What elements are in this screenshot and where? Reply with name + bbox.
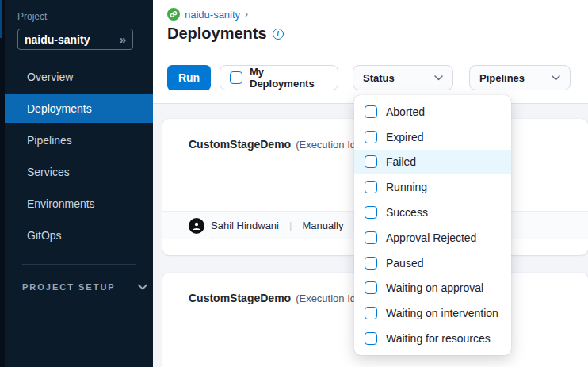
sidebar-nav: Overview Deployments Pipelines Services … bbox=[17, 63, 153, 250]
sidebar-item-pipelines[interactable]: Pipelines bbox=[5, 126, 153, 155]
chevron-down-icon bbox=[138, 284, 147, 290]
sidebar-item-label: Overview bbox=[27, 71, 73, 83]
run-button[interactable]: Run bbox=[167, 65, 211, 90]
status-option-label: Waiting on approval bbox=[386, 281, 483, 294]
sidebar-item-services[interactable]: Services bbox=[5, 158, 153, 186]
page-header: naidu-sanity › Deployments i bbox=[153, 0, 588, 52]
status-option-waiting-for-resources[interactable]: Waiting for resources bbox=[354, 326, 511, 351]
status-option-waiting-on-approval[interactable]: Waiting on approval bbox=[354, 276, 511, 301]
project-setup-label: PROJECT SETUP bbox=[22, 282, 116, 292]
sidebar-item-label: Pipelines bbox=[27, 134, 72, 147]
status-option-label: Paused bbox=[386, 257, 423, 270]
footer-separator: | bbox=[285, 220, 296, 231]
sidebar-divider bbox=[22, 264, 136, 265]
status-option-waiting-on-intervention[interactable]: Waiting on intervention bbox=[354, 300, 511, 326]
status-dropdown-panel: Aborted Expired Failed Running Success A… bbox=[354, 95, 511, 355]
project-name: naidu-sanity bbox=[25, 33, 120, 46]
status-option-label: Aborted bbox=[386, 105, 425, 118]
status-option-label: Running bbox=[386, 181, 427, 193]
sidebar-item-label: Environments bbox=[27, 197, 95, 210]
status-filter-label: Status bbox=[363, 72, 395, 84]
my-deployments-checkbox[interactable] bbox=[230, 71, 242, 84]
status-checkbox[interactable] bbox=[365, 105, 377, 118]
trigger-type: Manually bbox=[302, 220, 343, 231]
status-checkbox[interactable] bbox=[365, 206, 377, 219]
status-option-aborted[interactable]: Aborted bbox=[354, 99, 511, 124]
sidebar-item-gitops[interactable]: GitOps bbox=[5, 221, 153, 250]
chevron-down-icon bbox=[434, 75, 443, 81]
sidebar-item-label: Deployments bbox=[27, 102, 92, 115]
status-option-label: Success bbox=[386, 206, 428, 219]
execution-id-text: (Execution Id bbox=[296, 292, 356, 304]
user-avatar-icon bbox=[189, 218, 204, 234]
cd-module-icon bbox=[167, 8, 180, 21]
status-checkbox[interactable] bbox=[365, 332, 377, 345]
double-chevron-icon[interactable]: » bbox=[120, 32, 126, 46]
sidebar-item-environments[interactable]: Environments bbox=[5, 189, 153, 218]
pipeline-name: CustomStageDemo bbox=[189, 292, 291, 304]
project-sidebar: Project naidu-sanity » Overview Deployme… bbox=[0, 0, 153, 367]
pipeline-name: CustomStageDemo bbox=[189, 138, 291, 151]
status-option-approval-rejected[interactable]: Approval Rejected bbox=[354, 225, 511, 250]
status-checkbox[interactable] bbox=[365, 155, 377, 168]
sidebar-item-label: GitOps bbox=[27, 229, 62, 242]
page-title: Deployments bbox=[167, 25, 267, 43]
status-option-label: Waiting for resources bbox=[386, 332, 491, 345]
execution-id-text: (Execution Id bbox=[296, 139, 356, 151]
status-checkbox[interactable] bbox=[365, 281, 377, 294]
project-selector[interactable]: naidu-sanity » bbox=[17, 29, 133, 50]
info-icon[interactable]: i bbox=[273, 29, 284, 40]
pipelines-filter-dropdown[interactable]: Pipelines bbox=[469, 65, 571, 90]
status-filter-dropdown[interactable]: Status bbox=[353, 65, 453, 90]
main-area: naidu-sanity › Deployments i Run My Depl… bbox=[153, 0, 588, 367]
sidebar-item-deployments[interactable]: Deployments bbox=[5, 94, 153, 123]
project-setup-toggle[interactable]: PROJECT SETUP bbox=[22, 282, 153, 292]
status-option-running[interactable]: Running bbox=[354, 174, 511, 200]
sidebar-item-overview[interactable]: Overview bbox=[5, 63, 153, 91]
status-checkbox[interactable] bbox=[365, 231, 377, 244]
status-option-success[interactable]: Success bbox=[354, 200, 511, 225]
breadcrumb-chevron: › bbox=[245, 9, 248, 20]
sidebar-item-label: Services bbox=[27, 166, 70, 178]
chevron-down-icon bbox=[552, 75, 560, 81]
status-option-expired[interactable]: Expired bbox=[354, 124, 511, 150]
pipelines-filter-label: Pipelines bbox=[479, 72, 525, 84]
status-option-paused[interactable]: Paused bbox=[354, 250, 511, 276]
status-option-label: Waiting on intervention bbox=[386, 307, 498, 319]
my-deployments-label: My Deployments bbox=[250, 66, 328, 90]
project-label: Project bbox=[17, 11, 153, 22]
breadcrumb-project-link[interactable]: naidu-sanity bbox=[185, 9, 240, 21]
status-option-label: Expired bbox=[386, 131, 423, 143]
status-checkbox[interactable] bbox=[365, 131, 377, 143]
status-option-label: Failed bbox=[386, 155, 416, 168]
my-deployments-toggle[interactable]: My Deployments bbox=[220, 65, 338, 90]
status-checkbox[interactable] bbox=[365, 307, 377, 319]
triggered-by: Sahil Hindwani bbox=[211, 220, 279, 231]
status-option-failed[interactable]: Failed bbox=[354, 150, 511, 175]
breadcrumb: naidu-sanity › bbox=[167, 8, 588, 21]
status-option-label: Approval Rejected bbox=[386, 231, 476, 244]
status-checkbox[interactable] bbox=[365, 181, 377, 193]
status-checkbox[interactable] bbox=[365, 257, 377, 270]
